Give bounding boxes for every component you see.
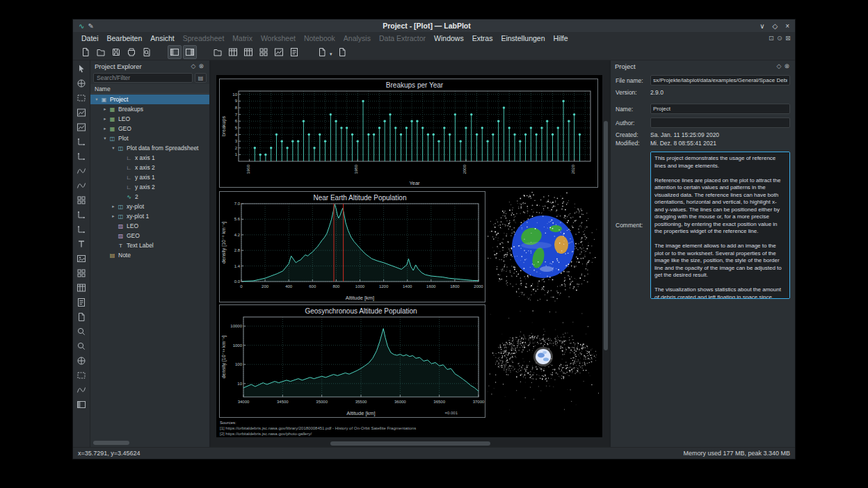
add-horizontal-axis-button[interactable] — [75, 209, 88, 220]
new-matrix-button[interactable] — [257, 45, 271, 59]
menu-extras[interactable]: Extras — [468, 33, 497, 43]
select-region-button[interactable] — [75, 369, 88, 381]
menu-hilfe[interactable]: Hilfe — [549, 33, 572, 43]
menu-einstellungen[interactable]: Einstellungen — [497, 33, 549, 43]
color-scheme-icon[interactable]: ⊙ — [777, 34, 782, 42]
explorer-hscrollbar[interactable] — [92, 440, 208, 446]
tree-item-breakups[interactable]: ▸▦Breakups — [90, 104, 209, 114]
tree-expander-icon[interactable]: ▸ — [110, 204, 117, 209]
add-matrix-button[interactable] — [75, 267, 88, 279]
add-two-axes-centered-plot-button[interactable] — [75, 136, 88, 147]
import-file-dropdown-icon[interactable]: ▾ — [330, 51, 332, 57]
worksheet-vscrollbar-thumb[interactable] — [604, 121, 608, 350]
menu-windows[interactable]: Windows — [430, 33, 468, 43]
new-workbook-button[interactable] — [226, 45, 240, 59]
leo-debris-image[interactable] — [487, 190, 599, 302]
add-reference-line-button[interactable] — [75, 384, 88, 396]
worksheet-hscrollbar-thumb[interactable] — [330, 441, 490, 446]
tree-item-x-axis-1[interactable]: ∟x axis 1 — [90, 153, 209, 163]
search-input[interactable] — [93, 73, 193, 83]
vertical-layout-button[interactable] — [75, 398, 88, 410]
crosshair-mode-button[interactable] — [75, 77, 88, 89]
tree-expander-icon[interactable]: ▸ — [110, 213, 117, 219]
zoom-in-button[interactable] — [75, 325, 88, 337]
plot-breakups-per-year[interactable]: 196019802000202012345678910Breakups per … — [219, 79, 598, 188]
new-project-button[interactable] — [79, 45, 93, 59]
worksheet-vscrollbar[interactable] — [603, 62, 609, 439]
add-equation-curve-button[interactable] — [75, 179, 88, 191]
menu-bearbeiten[interactable]: Bearbeiten — [103, 33, 147, 43]
export-button[interactable] — [335, 45, 349, 59]
tree-item-xy-plot-1[interactable]: ▸◫xy-plot 1 — [90, 211, 209, 221]
add-note-button[interactable] — [75, 296, 88, 308]
pencil-icon[interactable]: ✎ — [88, 22, 93, 30]
author-input[interactable] — [650, 117, 790, 128]
plot-near-earth-population[interactable]: 02004006008001000120014001600180020000.0… — [219, 191, 485, 302]
print-button[interactable] — [124, 45, 138, 59]
add-image-button[interactable] — [75, 252, 88, 264]
tree-item-y-axis-1[interactable]: ∟y axis 1 — [90, 172, 209, 182]
zoom-select-mode-button[interactable] — [75, 92, 88, 104]
add-histogram-button[interactable] — [75, 194, 88, 206]
minimize-button[interactable]: ∨ — [760, 22, 764, 30]
menu-datei[interactable]: Datei — [77, 33, 103, 43]
plot-geosynchronous-population[interactable]: 3400034500350003550036000365003700010100… — [219, 304, 485, 418]
tree-column-header[interactable]: Name — [90, 84, 209, 94]
add-text-label-button[interactable] — [75, 238, 88, 250]
worksheet-view[interactable]: 196019802000202012345678910Breakups per … — [211, 60, 609, 447]
hamburger-menu-icon[interactable]: ⊠ — [785, 34, 791, 42]
add-centered-plot-button[interactable] — [75, 150, 88, 162]
float-panel-icon[interactable]: ◇ — [775, 63, 783, 70]
toggle-properties-explorer-button[interactable] — [183, 45, 197, 59]
tree-item-geo[interactable]: ▸▦GEO — [90, 124, 209, 133]
select-mode-button[interactable] — [75, 63, 88, 74]
add-vertical-axis-button[interactable] — [75, 223, 88, 235]
close-panel-icon[interactable]: ⊗ — [782, 63, 791, 70]
new-note-button[interactable] — [287, 45, 301, 59]
zoom-out-button[interactable] — [75, 340, 88, 352]
close-button[interactable]: × — [785, 22, 789, 30]
geo-debris-image[interactable] — [488, 307, 599, 414]
open-project-button[interactable] — [94, 45, 108, 59]
new-worksheet-button[interactable] — [272, 45, 286, 59]
tree-item-y-axis-2[interactable]: ∟y axis 2 — [90, 182, 209, 192]
add-four-axes-plot-button[interactable] — [75, 106, 88, 118]
comment-textarea[interactable]: This project demonstrates the usage of r… — [650, 152, 790, 299]
configure-toolbars-icon[interactable]: ⊡ — [769, 34, 774, 42]
add-spreadsheet-button[interactable] — [75, 282, 88, 293]
tree-item-xy-plot[interactable]: ▸◫xy-plot — [90, 202, 209, 211]
tree-item-leo[interactable]: ▨LEO — [90, 221, 209, 231]
tree-item-x-axis-2[interactable]: ∟x axis 2 — [90, 163, 209, 172]
tree-item-plot-data-from-spreadsheet[interactable]: ▾◫Plot data from Spreadsheet — [90, 143, 209, 153]
add-info-element-button[interactable] — [75, 311, 88, 323]
save-project-button[interactable] — [109, 45, 123, 59]
file-name-input[interactable] — [650, 75, 790, 86]
tree-expander-icon[interactable]: ▸ — [102, 126, 108, 131]
titlebar[interactable]: ∿ ✎ Project - [Plot] — LabPlot ∨ ◇ × — [73, 19, 795, 32]
import-file-button[interactable] — [315, 45, 329, 59]
tree-expander-icon[interactable]: ▾ — [110, 145, 117, 151]
tree-item-note[interactable]: ▤Note — [90, 250, 209, 260]
maximize-button[interactable]: ◇ — [772, 22, 778, 30]
print-preview-button[interactable] — [140, 45, 154, 59]
tree-expander-icon[interactable]: ▾ — [93, 97, 100, 102]
tree-item-text-label[interactable]: TText Label — [90, 241, 209, 250]
explorer-hscrollbar-thumb[interactable] — [93, 441, 129, 445]
add-xy-curve-button[interactable] — [75, 165, 88, 177]
add-two-axes-plot-button[interactable] — [75, 121, 88, 133]
tree-item-geo[interactable]: ▨GEO — [90, 231, 209, 241]
worksheet-hscrollbar[interactable] — [212, 441, 602, 446]
tree-expander-icon[interactable]: ▸ — [102, 106, 108, 112]
tree-item-2[interactable]: ∿2 — [90, 192, 209, 202]
new-folder-button[interactable] — [211, 45, 225, 59]
tree-expander-icon[interactable]: ▾ — [102, 136, 108, 141]
add-custom-point-button[interactable] — [75, 355, 88, 366]
tree-expander-icon[interactable]: ▸ — [102, 116, 108, 122]
float-panel-icon[interactable]: ◇ — [190, 63, 198, 70]
toggle-project-explorer-button[interactable] — [168, 45, 182, 59]
name-input[interactable] — [650, 104, 790, 114]
tree-item-leo[interactable]: ▸▦LEO — [90, 114, 209, 124]
tree-item-plot[interactable]: ▾◫Plot — [90, 133, 209, 143]
tree-item-project[interactable]: ▾▣Project — [90, 95, 209, 104]
menu-ansicht[interactable]: Ansicht — [146, 33, 178, 43]
